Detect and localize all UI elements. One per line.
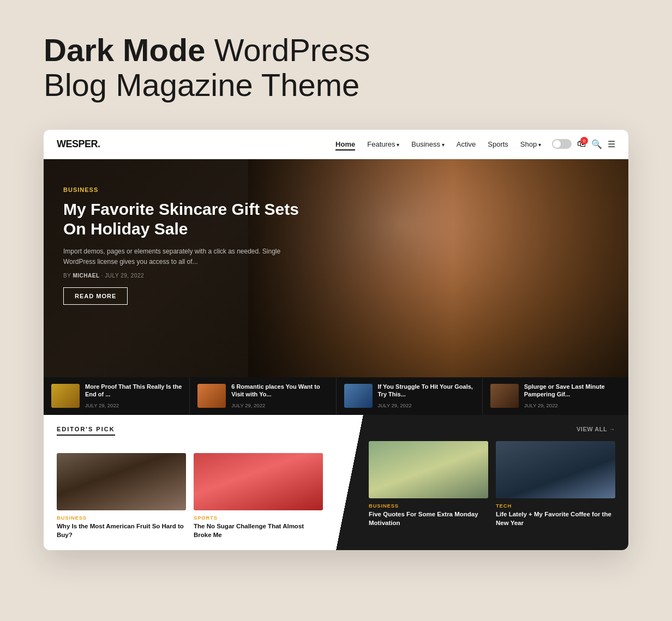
- article-title-2: The No Sugar Challenge That Almost Broke…: [194, 522, 323, 539]
- article-card-2[interactable]: Sports The No Sugar Challenge That Almos…: [194, 453, 323, 539]
- hero-content: Business My Favorite Skincare Gift Sets …: [44, 159, 344, 321]
- nav-item-features[interactable]: Features: [367, 139, 399, 149]
- hero-section: Business My Favorite Skincare Gift Sets …: [44, 159, 628, 377]
- nav-link-business[interactable]: Business: [411, 140, 445, 148]
- nav-link-features[interactable]: Features: [367, 140, 399, 148]
- strip-date-4: JULY 29, 2022: [524, 402, 558, 408]
- nav-link-shop[interactable]: Shop: [520, 140, 541, 148]
- strip-title-2: 6 Romantic places You Want to Visit with…: [231, 383, 328, 399]
- editors-pick-right: VIEW ALL → Business Five Quotes For Some…: [363, 415, 628, 550]
- strip-thumb-2: [197, 384, 226, 408]
- menu-icon[interactable]: ☰: [608, 139, 615, 149]
- strip-thumb-1: [51, 384, 80, 408]
- editors-pick-section: EDITOR'S PICK Business Why Is the Most A…: [44, 415, 628, 550]
- article-title-1: Why Is the Most American Fruit So Hard t…: [57, 522, 186, 539]
- article-card-1[interactable]: Business Why Is the Most American Fruit …: [57, 453, 186, 539]
- article-title-4: Life Lately + My Favorite Coffee for the…: [496, 510, 615, 527]
- nav-item-sports[interactable]: Sports: [488, 139, 508, 149]
- browser-frame: WESPER. Home Features Business Active Sp…: [44, 130, 628, 551]
- nav-bar: WESPER. Home Features Business Active Sp…: [44, 130, 628, 159]
- hero-title: My Favorite Skincare Gift Sets On Holida…: [63, 200, 324, 239]
- article-image-1: [57, 453, 186, 510]
- strip-text-2: 6 Romantic places You Want to Visit with…: [231, 383, 328, 410]
- strip-title-3: If You Struggle To Hit Your Goals, Try T…: [378, 383, 475, 399]
- editors-pick-left: EDITOR'S PICK Business Why Is the Most A…: [44, 415, 336, 550]
- article-image-2: [194, 453, 323, 510]
- article-category-4: Tech: [496, 503, 615, 509]
- strip-text-3: If You Struggle To Hit Your Goals, Try T…: [378, 383, 475, 410]
- editors-pick-cards-left: Business Why Is the Most American Fruit …: [57, 453, 323, 539]
- strip-item-1[interactable]: More Proof That This Really Is the End o…: [44, 377, 190, 415]
- strip-text-4: Splurge or Save Last Minute Pampering Gi…: [524, 383, 621, 410]
- view-all-button[interactable]: VIEW ALL →: [577, 426, 615, 432]
- nav-link-active[interactable]: Active: [457, 140, 476, 148]
- site-logo[interactable]: WESPER.: [57, 138, 100, 150]
- hero-meta: BY MICHAEL · JULY 29, 2022: [63, 273, 324, 279]
- strip-item-2[interactable]: 6 Romantic places You Want to Visit with…: [190, 377, 336, 415]
- article-card-4[interactable]: Tech Life Lately + My Favorite Coffee fo…: [496, 441, 615, 527]
- article-category-3: Business: [369, 503, 488, 509]
- nav-item-shop[interactable]: Shop: [520, 139, 541, 149]
- hero-author: MICHAEL: [73, 273, 99, 279]
- article-image-3: [369, 441, 488, 498]
- page-headline: Dark Mode WordPressBlog Magazine Theme: [44, 33, 370, 103]
- strip-title-1: More Proof That This Really Is the End o…: [85, 383, 182, 399]
- cart-button[interactable]: 🛍 0: [577, 139, 586, 149]
- strip-thumb-3: [344, 384, 373, 408]
- nav-link-home[interactable]: Home: [335, 140, 355, 150]
- strip-date-2: JULY 29, 2022: [231, 402, 265, 408]
- nav-links: Home Features Business Active Sports Sho…: [335, 139, 541, 149]
- hero-strip: More Proof That This Really Is the End o…: [44, 377, 628, 415]
- nav-actions: 🛍 0 🔍 ☰: [552, 139, 615, 149]
- read-more-button[interactable]: READ MORE: [63, 287, 128, 305]
- section-divider: [336, 415, 363, 550]
- article-title-3: Five Quotes For Some Extra Monday Motiva…: [369, 510, 488, 527]
- nav-item-business[interactable]: Business: [411, 139, 445, 149]
- strip-text-1: More Proof That This Really Is the End o…: [85, 383, 182, 410]
- article-category-1: Business: [57, 515, 186, 521]
- article-card-3[interactable]: Business Five Quotes For Some Extra Mond…: [369, 441, 488, 527]
- hero-date: JULY 29, 2022: [105, 273, 144, 279]
- cart-badge: 0: [580, 137, 588, 144]
- hero-description: Import demos, pages or elements separate…: [63, 246, 303, 267]
- editors-pick-header: EDITOR'S PICK: [57, 426, 323, 444]
- strip-item-4[interactable]: Splurge or Save Last Minute Pampering Gi…: [483, 377, 628, 415]
- nav-link-sports[interactable]: Sports: [488, 140, 508, 148]
- nav-item-active[interactable]: Active: [457, 139, 476, 149]
- view-all-header: VIEW ALL →: [369, 426, 615, 432]
- dark-mode-toggle[interactable]: [552, 139, 572, 149]
- strip-date-3: JULY 29, 2022: [378, 402, 412, 408]
- search-icon[interactable]: 🔍: [591, 139, 602, 149]
- strip-date-1: JULY 29, 2022: [85, 402, 119, 408]
- headline-bold: Dark Mode: [44, 32, 206, 68]
- nav-item-home[interactable]: Home: [335, 139, 355, 149]
- strip-title-4: Splurge or Save Last Minute Pampering Gi…: [524, 383, 621, 399]
- editors-pick-label: EDITOR'S PICK: [57, 426, 115, 436]
- article-category-2: Sports: [194, 515, 323, 521]
- hero-category: Business: [63, 186, 324, 193]
- editors-pick-cards-right: Business Five Quotes For Some Extra Mond…: [369, 441, 615, 527]
- article-image-4: [496, 441, 615, 498]
- strip-thumb-4: [490, 384, 519, 408]
- strip-item-3[interactable]: If You Struggle To Hit Your Goals, Try T…: [337, 377, 483, 415]
